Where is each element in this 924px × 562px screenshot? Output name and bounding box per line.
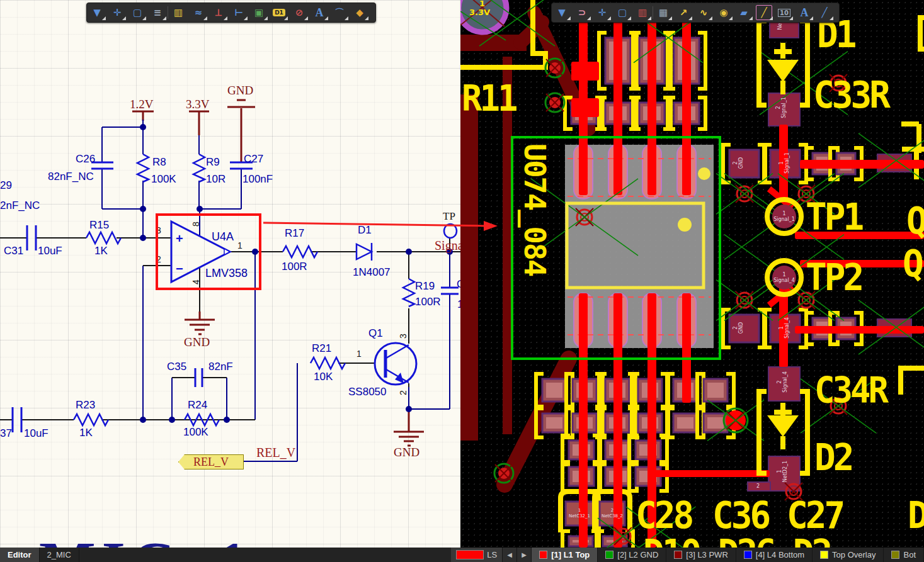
designator-tag: D1 [273,9,285,16]
layer-tab-bottom-partial[interactable]: Bot [884,548,924,562]
tp-net-label[interactable]: TP [443,210,455,223]
c26-value[interactable]: 82nF_NC [48,171,94,183]
tune-icon[interactable]: ∿ [693,4,714,21]
sheet-title[interactable]: MIC_1 [39,529,253,548]
relv-net-label[interactable]: REL_V [256,446,295,460]
route-icon[interactable]: ↗ [673,4,693,21]
q-partial-2[interactable]: Q [903,242,921,284]
r24-value[interactable]: 100K [183,426,208,439]
gnd-mid-label[interactable]: GND [184,335,210,349]
c35-value[interactable]: 82nF [208,361,233,373]
filter-icon[interactable]: ▼ [552,4,572,21]
net-3v3-label[interactable]: 3.3V [186,98,209,111]
place-gnd-icon[interactable]: ⟂ [208,4,229,21]
c37-ref[interactable]: 37 [0,427,12,440]
place-component-icon[interactable]: ▦ [653,4,673,21]
c31-value[interactable]: 10uF [38,245,62,257]
place-part-icon[interactable]: ▥ [168,4,188,21]
r11-silk-text[interactable]: R11 [462,78,516,120]
d1-value[interactable]: 1N4007 [353,266,391,279]
r23-ref[interactable]: R23 [76,399,95,412]
place-designator-icon[interactable]: D1 [269,4,289,21]
interactive-route-icon[interactable]: ╱ [754,4,774,21]
filter-icon[interactable]: ▼ [87,4,107,21]
select-area-icon[interactable]: ▢ [612,4,632,21]
r21-ref[interactable]: R21 [312,342,331,355]
place-sheet-icon[interactable]: ▣ [249,4,269,21]
layer-tab-top-overlay[interactable]: Top Overlay [813,548,884,562]
c27-ref[interactable]: C27 [244,153,263,166]
r9-value[interactable]: 10R [206,173,225,186]
r21-value[interactable]: 10K [314,371,333,383]
c29-value[interactable]: 2nF_NC [0,200,40,212]
d2-silk-text[interactable]: D2 [814,436,852,478]
place-text-icon[interactable]: A [309,4,329,21]
pcb-canvas[interactable]: R11 U074_084 D1 C33R TP1 TP2 C34R D2 C28… [460,0,924,548]
r15-ref[interactable]: R15 [89,219,109,232]
d1-ref[interactable]: D1 [358,224,372,237]
c34r-silk-text[interactable]: C34R [814,370,886,412]
tp2-silk-text[interactable]: TP2 [806,256,862,298]
r9-ref[interactable]: R9 [206,156,220,169]
place-wire-icon[interactable]: ≈ [188,4,208,21]
q1-value[interactable]: SS8050 [348,386,387,398]
tp1-silk-text[interactable]: TP1 [806,195,862,238]
c29-ref[interactable]: 29 [0,179,12,192]
schematic-canvas[interactable]: 1.2V 3.3V GND GND GND C26 82nF_NC 29 2nF… [0,0,460,548]
place-pad-icon[interactable]: ◆ [350,4,370,21]
layer-scroll-left[interactable]: ◀ [503,548,517,562]
board-stack-icon[interactable]: ▥ [632,4,653,21]
c35-ref[interactable]: C35 [167,361,186,373]
c31-ref[interactable]: C31 [4,245,23,257]
place-arc-icon[interactable]: ⌒ [329,4,350,21]
gnd-top-label[interactable]: GND [227,84,253,98]
signal-net-label[interactable]: Signa [435,239,460,253]
d-partial[interactable]: D [908,493,924,536]
r19-value[interactable]: 100R [415,296,441,308]
r17-value[interactable]: 100R [282,261,307,273]
r19-ref[interactable]: R19 [415,280,435,293]
net-1v2-label[interactable]: 1.2V [130,98,153,111]
snap-icon[interactable]: ⊃ [572,4,592,21]
r23-value[interactable]: 1K [79,427,93,439]
place-line-icon[interactable]: ╱ [814,4,835,21]
r8-value[interactable]: 100K [151,173,176,186]
document-tab-2mic[interactable]: 2_MIC [40,548,79,562]
c33r-silk-text[interactable]: C33R [813,73,888,116]
layer-tab-l1-top[interactable]: [1] L1 Top [532,548,598,562]
gnd-bot-label[interactable]: GND [394,446,419,459]
dimension-icon[interactable]: 10 [774,4,794,21]
c26-ref[interactable]: C26 [76,153,95,166]
relv-port[interactable]: REL_V [178,454,244,469]
altium-split-view: 1.2V 3.3V GND GND GND C26 82nF_NC 29 2nF… [0,0,924,562]
place-text-icon[interactable]: A [794,4,814,21]
move-icon[interactable]: ✛ [107,4,127,21]
r8-ref[interactable]: R8 [152,156,166,169]
polygon-pour-icon[interactable]: ▰ [734,4,754,21]
r24-ref[interactable]: R24 [188,399,207,412]
move-icon[interactable]: ✛ [592,4,612,21]
r17-ref[interactable]: R17 [285,227,304,240]
pcb-toolbar: ▼ ⊃ ✛ ▢ ▥ ▦ ↗ ∿ ◉ ▰ ╱ 10 A ╱ [551,3,840,23]
c27-value[interactable]: 100nF [242,173,273,186]
align-icon[interactable]: ≡ [147,4,168,21]
layer-scroll-right[interactable]: ▶ [517,548,532,562]
bottom-row-silk-text[interactable]: D10 D26 D2 [643,531,830,548]
place-port-icon[interactable]: ⊢ [229,4,249,21]
layer-tab-l2-gnd[interactable]: [2] L2 GND [598,548,666,562]
u074-designator-text[interactable]: U074_084 [518,143,552,276]
q1-ref[interactable]: Q1 [368,327,383,340]
q-partial-1[interactable]: Q [906,199,924,242]
c27-silk-text[interactable]: C27 [787,493,843,536]
place-via-icon[interactable]: ◉ [714,4,734,21]
r15-value[interactable]: 1K [94,245,108,257]
layer-set-button[interactable]: LS [451,548,503,562]
select-area-icon[interactable]: ▢ [127,4,147,21]
layer-tab-l3-pwr[interactable]: [3] L3 PWR [666,548,736,562]
layer-tab-l4-bottom[interactable]: [4] L4 Bottom [736,548,813,562]
place-no-erc-icon[interactable]: ⊘ [289,4,309,21]
c28-silk-text[interactable]: C28 [636,493,692,536]
c36-silk-text[interactable]: C36 [712,493,768,536]
editor-tab[interactable]: Editor [0,548,40,562]
c37-value[interactable]: 10uF [24,427,48,440]
